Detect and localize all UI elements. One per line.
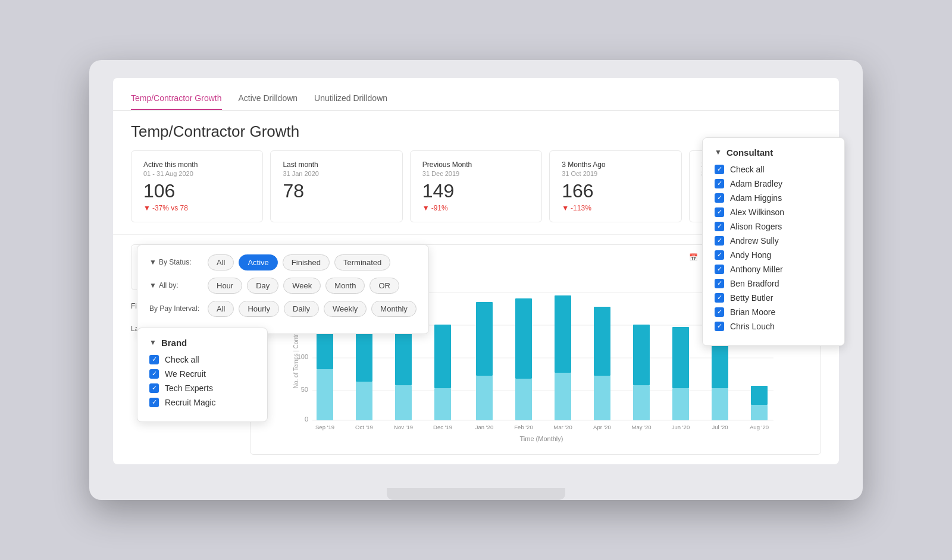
svg-rect-11 [317,369,333,420]
svg-rect-17 [395,385,412,420]
svg-rect-35 [633,385,650,420]
pay-daily-button[interactable]: Daily [284,301,319,317]
svg-text:Jul '20: Jul '20 [712,424,728,430]
status-active-button[interactable]: Active [239,254,277,270]
checkbox-icon: ✓ [715,179,724,188]
svg-rect-41 [712,388,728,420]
filter-toolbar: ▼ By Status: All Active Finished Termina… [137,244,429,334]
checkbox-icon: ✓ [715,222,724,231]
allby-or-button[interactable]: OR [369,278,399,294]
svg-text:Feb '20: Feb '20 [514,424,533,430]
checkbox-icon: ✓ [715,322,724,331]
svg-rect-18 [395,328,412,385]
consultant-betty-butler[interactable]: ✓ Betty Butler [715,293,832,303]
brand-check-all[interactable]: ✓ Check all [149,355,255,364]
svg-text:Sep '19: Sep '19 [315,424,334,430]
checkbox-icon: ✓ [149,355,159,364]
consultant-andy-hong[interactable]: ✓ Andy Hong [715,250,832,260]
consultant-check-all[interactable]: ✓ Check all [715,165,832,174]
checkbox-icon: ✓ [715,293,724,303]
pay-weekly-button[interactable]: Weekly [324,301,367,317]
svg-text:Jan '20: Jan '20 [475,424,493,430]
svg-rect-21 [434,325,451,388]
svg-text:Apr '20: Apr '20 [593,424,611,430]
svg-rect-26 [515,379,532,420]
svg-text:Mar '20: Mar '20 [553,424,572,430]
svg-rect-20 [434,388,451,420]
svg-text:Nov '19: Nov '19 [394,424,413,430]
status-finished-button[interactable]: Finished [283,254,330,270]
status-filter-row: ▼ By Status: All Active Finished Termina… [149,254,416,270]
checkbox-icon: ✓ [715,279,724,288]
consultant-anthony-miller[interactable]: ✓ Anthony Miller [715,265,832,274]
pay-monthly-button[interactable]: Monthly [371,301,416,317]
allby-filter-row: ▼ All by: Hour Day Week Month OR [149,278,416,294]
laptop-base [387,488,565,500]
checkbox-icon: ✓ [715,207,724,217]
svg-rect-44 [751,405,768,420]
checkbox-icon: ✓ [715,165,724,174]
checkbox-icon: ✓ [715,307,724,317]
svg-rect-29 [555,373,571,420]
allby-hour-button[interactable]: Hour [208,278,242,294]
pay-hourly-button[interactable]: Hourly [239,301,279,317]
brand-dropdown: ▼ Brand ✓ Check all ✓ We Recruit ✓ Tech … [137,328,268,422]
checkbox-icon: ✓ [149,369,159,379]
consultant-dropdown: ▼ Consultant ✓ Check all ✓ Adam Bradley … [702,137,845,346]
consultant-dropdown-arrow[interactable]: ▼ [715,148,722,156]
svg-rect-32 [594,376,610,420]
allby-week-button[interactable]: Week [283,278,321,294]
allby-month-button[interactable]: Month [325,278,365,294]
checkbox-icon: ✓ [715,236,724,246]
svg-text:Oct '19: Oct '19 [355,424,373,430]
svg-text:0: 0 [305,416,308,423]
svg-rect-33 [594,307,610,376]
allby-day-button[interactable]: Day [247,278,278,294]
filter-icon-2: ▼ [149,281,156,290]
filter-icon: ▼ [149,258,156,266]
tab-bar: Temp/Contractor Growth Active Drilldown … [113,78,839,111]
consultant-brian-moore[interactable]: ✓ Brian Moore [715,307,832,317]
brand-dropdown-arrow[interactable]: ▼ [149,338,156,347]
status-terminated-button[interactable]: Terminated [334,254,390,270]
consultant-ben-bradford[interactable]: ✓ Ben Bradford [715,279,832,288]
consultant-andrew-sully[interactable]: ✓ Andrew Sully [715,236,832,246]
svg-text:May '20: May '20 [632,424,652,430]
svg-rect-45 [751,386,768,405]
checkbox-icon: ✓ [149,398,159,407]
card-active-this-month: Active this month 01 - 31 Aug 2020 106 ▼… [131,150,263,222]
consultant-alison-rogers[interactable]: ✓ Alison Rogers [715,222,832,231]
down-arrow-icon: ▼ [143,204,151,212]
consultant-adam-bradley[interactable]: ✓ Adam Bradley [715,179,832,188]
svg-text:50: 50 [301,386,308,393]
checkbox-icon: ✓ [715,250,724,260]
payinterval-filter-row: By Pay Interval: All Hourly Daily Weekly… [149,301,416,317]
pay-all-button[interactable]: All [208,301,234,317]
consultant-adam-higgins[interactable]: ✓ Adam Higgins [715,193,832,203]
svg-rect-39 [672,327,689,388]
brand-recruit-magic[interactable]: ✓ Recruit Magic [149,398,255,407]
svg-rect-14 [356,382,372,420]
svg-rect-27 [515,298,532,379]
brand-tech-experts[interactable]: ✓ Tech Experts [149,383,255,393]
tab-active-drilldown[interactable]: Active Drilldown [239,87,298,110]
tab-unutilized-drilldown[interactable]: Unutilized Drilldown [314,87,387,110]
svg-rect-23 [476,376,493,420]
svg-text:Time (Monthly): Time (Monthly) [520,435,563,442]
card-3-months-ago: 3 Months Ago 31 Oct 2019 166 ▼ -113% [549,150,681,222]
consultant-chris-louch[interactable]: ✓ Chris Louch [715,322,832,331]
tab-temp-contractor-growth[interactable]: Temp/Contractor Growth [131,87,222,110]
svg-rect-30 [555,295,571,373]
consultant-alex-wilkinson[interactable]: ✓ Alex Wilkinson [715,207,832,217]
checkbox-icon: ✓ [149,383,159,393]
card-last-month: Last month 31 Jan 2020 78 [270,150,402,222]
svg-rect-38 [672,388,689,420]
brand-we-recruit[interactable]: ✓ We Recruit [149,369,255,379]
checkbox-icon: ✓ [715,265,724,274]
svg-rect-36 [633,325,650,385]
card-previous-month: Previous Month 31 Dec 2019 149 ▼ -91% [410,150,542,222]
status-all-button[interactable]: All [208,254,234,270]
svg-text:Jun '20: Jun '20 [672,424,690,430]
down-arrow-icon: ▼ [422,204,430,212]
down-arrow-icon: ▼ [562,204,569,212]
